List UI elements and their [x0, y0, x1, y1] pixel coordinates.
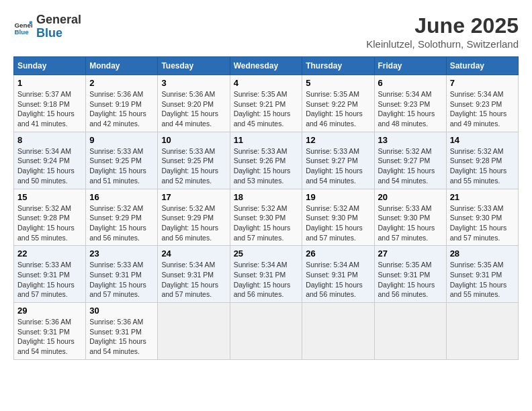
calendar-cell: 4Sunrise: 5:35 AMSunset: 9:21 PMDaylight… [230, 75, 302, 132]
calendar-cell: 29Sunrise: 5:36 AMSunset: 9:31 PMDayligh… [14, 303, 86, 360]
calendar-cell [302, 303, 374, 360]
calendar-cell [158, 303, 230, 360]
svg-text:Blue: Blue [14, 28, 29, 36]
day-number: 11 [234, 135, 299, 145]
calendar-cell [374, 303, 446, 360]
day-info: Sunrise: 5:33 AMSunset: 9:30 PMDaylight:… [378, 203, 443, 243]
day-info: Sunrise: 5:33 AMSunset: 9:31 PMDaylight:… [17, 260, 82, 300]
day-number: 5 [306, 78, 370, 88]
day-info: Sunrise: 5:37 AMSunset: 9:18 PMDaylight:… [17, 89, 82, 129]
calendar-cell: 17Sunrise: 5:32 AMSunset: 9:29 PMDayligh… [158, 189, 230, 246]
location-title: Kleinlutzel, Solothurn, Switzerland [366, 38, 519, 50]
calendar-cell: 10Sunrise: 5:33 AMSunset: 9:25 PMDayligh… [158, 132, 230, 189]
day-number: 25 [234, 248, 299, 259]
day-number: 8 [17, 135, 82, 145]
day-number: 7 [450, 78, 515, 88]
calendar-week-row: 1Sunrise: 5:37 AMSunset: 9:18 PMDaylight… [14, 75, 519, 132]
calendar-cell: 9Sunrise: 5:33 AMSunset: 9:25 PMDaylight… [86, 132, 158, 189]
calendar-cell: 11Sunrise: 5:33 AMSunset: 9:26 PMDayligh… [230, 132, 302, 189]
day-number: 1 [17, 78, 82, 88]
day-number: 10 [161, 135, 226, 145]
day-number: 29 [17, 306, 82, 316]
day-number: 28 [450, 248, 515, 259]
day-info: Sunrise: 5:32 AMSunset: 9:30 PMDaylight:… [306, 203, 370, 243]
calendar-cell: 20Sunrise: 5:33 AMSunset: 9:30 PMDayligh… [374, 189, 446, 246]
calendar-cell: 27Sunrise: 5:35 AMSunset: 9:31 PMDayligh… [374, 246, 446, 303]
day-info: Sunrise: 5:33 AMSunset: 9:30 PMDaylight:… [450, 203, 515, 243]
calendar-cell: 8Sunrise: 5:34 AMSunset: 9:24 PMDaylight… [14, 132, 86, 189]
day-info: Sunrise: 5:32 AMSunset: 9:27 PMDaylight:… [378, 146, 443, 186]
day-number: 12 [306, 135, 370, 145]
calendar-cell: 7Sunrise: 5:34 AMSunset: 9:23 PMDaylight… [446, 75, 518, 132]
day-number: 4 [234, 78, 299, 88]
day-info: Sunrise: 5:32 AMSunset: 9:30 PMDaylight:… [234, 203, 299, 243]
calendar-cell: 12Sunrise: 5:33 AMSunset: 9:27 PMDayligh… [302, 132, 374, 189]
calendar-cell: 15Sunrise: 5:32 AMSunset: 9:28 PMDayligh… [14, 189, 86, 246]
calendar-cell: 22Sunrise: 5:33 AMSunset: 9:31 PMDayligh… [14, 246, 86, 303]
logo-blue-text: Blue [36, 27, 81, 40]
day-info: Sunrise: 5:36 AMSunset: 9:19 PMDaylight:… [89, 89, 154, 129]
weekday-header-saturday: Saturday [446, 57, 518, 75]
day-number: 17 [161, 192, 226, 202]
logo-icon: General Blue [13, 17, 32, 36]
day-info: Sunrise: 5:36 AMSunset: 9:20 PMDaylight:… [161, 89, 226, 129]
day-info: Sunrise: 5:35 AMSunset: 9:31 PMDaylight:… [450, 260, 515, 300]
day-number: 13 [378, 135, 443, 145]
day-info: Sunrise: 5:35 AMSunset: 9:22 PMDaylight:… [306, 89, 370, 129]
calendar-cell: 16Sunrise: 5:32 AMSunset: 9:29 PMDayligh… [86, 189, 158, 246]
calendar-cell: 2Sunrise: 5:36 AMSunset: 9:19 PMDaylight… [86, 75, 158, 132]
day-number: 3 [161, 78, 226, 88]
day-info: Sunrise: 5:36 AMSunset: 9:31 PMDaylight:… [17, 317, 82, 357]
day-number: 24 [161, 248, 226, 259]
day-number: 9 [89, 135, 154, 145]
day-info: Sunrise: 5:33 AMSunset: 9:25 PMDaylight:… [89, 146, 154, 186]
calendar-cell: 13Sunrise: 5:32 AMSunset: 9:27 PMDayligh… [374, 132, 446, 189]
day-number: 22 [17, 248, 82, 259]
day-number: 20 [378, 192, 443, 202]
day-number: 26 [306, 248, 370, 259]
weekday-header-monday: Monday [86, 57, 158, 75]
day-info: Sunrise: 5:34 AMSunset: 9:24 PMDaylight:… [17, 146, 82, 186]
day-info: Sunrise: 5:34 AMSunset: 9:31 PMDaylight:… [234, 260, 299, 300]
day-number: 23 [89, 248, 154, 259]
calendar-cell: 18Sunrise: 5:32 AMSunset: 9:30 PMDayligh… [230, 189, 302, 246]
calendar-week-row: 29Sunrise: 5:36 AMSunset: 9:31 PMDayligh… [14, 303, 519, 360]
day-info: Sunrise: 5:33 AMSunset: 9:25 PMDaylight:… [161, 146, 226, 186]
day-info: Sunrise: 5:35 AMSunset: 9:21 PMDaylight:… [234, 89, 299, 129]
calendar-cell: 24Sunrise: 5:34 AMSunset: 9:31 PMDayligh… [158, 246, 230, 303]
calendar-cell: 1Sunrise: 5:37 AMSunset: 9:18 PMDaylight… [14, 75, 86, 132]
weekday-header-thursday: Thursday [302, 57, 374, 75]
calendar-week-row: 8Sunrise: 5:34 AMSunset: 9:24 PMDaylight… [14, 132, 519, 189]
calendar-cell: 19Sunrise: 5:32 AMSunset: 9:30 PMDayligh… [302, 189, 374, 246]
calendar-week-row: 22Sunrise: 5:33 AMSunset: 9:31 PMDayligh… [14, 246, 519, 303]
calendar-cell: 5Sunrise: 5:35 AMSunset: 9:22 PMDaylight… [302, 75, 374, 132]
calendar-cell: 6Sunrise: 5:34 AMSunset: 9:23 PMDaylight… [374, 75, 446, 132]
calendar-cell: 21Sunrise: 5:33 AMSunset: 9:30 PMDayligh… [446, 189, 518, 246]
day-info: Sunrise: 5:34 AMSunset: 9:23 PMDaylight:… [378, 89, 443, 129]
weekday-header-friday: Friday [374, 57, 446, 75]
calendar-cell: 30Sunrise: 5:36 AMSunset: 9:31 PMDayligh… [86, 303, 158, 360]
day-info: Sunrise: 5:33 AMSunset: 9:27 PMDaylight:… [306, 146, 370, 186]
calendar-cell: 25Sunrise: 5:34 AMSunset: 9:31 PMDayligh… [230, 246, 302, 303]
day-number: 16 [89, 192, 154, 202]
calendar-cell: 3Sunrise: 5:36 AMSunset: 9:20 PMDaylight… [158, 75, 230, 132]
logo-general-text: General [36, 13, 81, 27]
day-number: 15 [17, 192, 82, 202]
day-number: 27 [378, 248, 443, 259]
page-header: General Blue General Blue June 2025 Klei… [13, 13, 519, 50]
calendar-cell: 23Sunrise: 5:33 AMSunset: 9:31 PMDayligh… [86, 246, 158, 303]
calendar-cell [230, 303, 302, 360]
day-info: Sunrise: 5:32 AMSunset: 9:28 PMDaylight:… [17, 203, 82, 243]
day-info: Sunrise: 5:33 AMSunset: 9:31 PMDaylight:… [89, 260, 154, 300]
day-info: Sunrise: 5:34 AMSunset: 9:31 PMDaylight:… [161, 260, 226, 300]
weekday-header-wednesday: Wednesday [230, 57, 302, 75]
weekday-header-row: SundayMondayTuesdayWednesdayThursdayFrid… [14, 57, 519, 75]
day-info: Sunrise: 5:35 AMSunset: 9:31 PMDaylight:… [378, 260, 443, 300]
day-number: 6 [378, 78, 443, 88]
day-info: Sunrise: 5:36 AMSunset: 9:31 PMDaylight:… [89, 317, 154, 357]
calendar-cell: 14Sunrise: 5:32 AMSunset: 9:28 PMDayligh… [446, 132, 518, 189]
day-number: 21 [450, 192, 515, 202]
day-info: Sunrise: 5:33 AMSunset: 9:26 PMDaylight:… [234, 146, 299, 186]
day-info: Sunrise: 5:34 AMSunset: 9:31 PMDaylight:… [306, 260, 370, 300]
day-number: 18 [234, 192, 299, 202]
